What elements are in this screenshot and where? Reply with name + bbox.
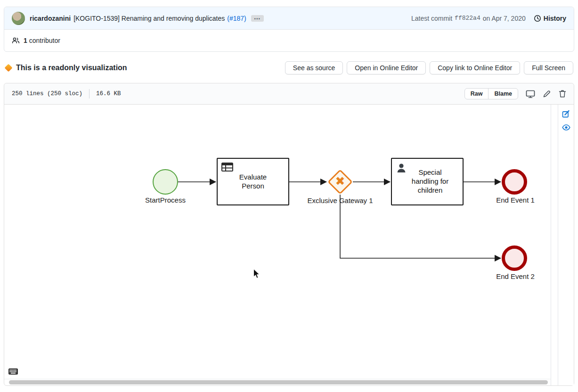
full-screen-button[interactable]: Full Screen	[524, 61, 573, 74]
commit-author[interactable]: ricardozanini	[30, 15, 71, 22]
diagram-column: StartProcess Evaluate Person ✖ Exclusive…	[4, 105, 551, 385]
commit-hash[interactable]: ff822a4	[455, 15, 480, 22]
contributor-label[interactable]: contributor	[29, 37, 60, 44]
latest-commit-info: Latest commit ff822a4 on Apr 7, 2020 His…	[411, 15, 566, 22]
orange-diamond-icon	[5, 64, 13, 72]
file-body: StartProcess Evaluate Person ✖ Exclusive…	[4, 105, 574, 385]
sequence-flows	[4, 105, 551, 379]
people-icon	[12, 37, 20, 44]
avatar[interactable]	[12, 12, 25, 25]
mouse-cursor	[253, 269, 261, 281]
task-evaluate-person[interactable]: Evaluate Person	[217, 158, 289, 205]
task-special-handling[interactable]: Special handling for children	[391, 158, 464, 205]
readonly-actions: See as source Open in Online Editor Copy…	[285, 61, 573, 74]
end-event-2-label: End Event 2	[496, 272, 535, 280]
divider	[89, 89, 90, 98]
edit-in-editor-icon[interactable]	[562, 110, 570, 118]
horizontal-scrollbar[interactable]	[4, 379, 551, 385]
commit-message: [KOGITO-1539] Renaming and removing dupl…	[73, 15, 225, 22]
history-button[interactable]: History	[534, 15, 566, 22]
latest-commit-label: Latest commit	[411, 15, 452, 22]
readonly-bar: This is a readonly visualization See as …	[4, 59, 574, 76]
readonly-title: This is a readonly visualization	[16, 64, 127, 72]
gateway-x-icon: ✖	[335, 174, 345, 188]
contributors-row: 1 contributor	[4, 30, 574, 51]
desktop-icon[interactable]	[526, 90, 535, 98]
task-evaluate-label: Evaluate Person	[231, 173, 275, 191]
commit-box: ricardozanini [KOGITO-1539] Renaming and…	[4, 7, 574, 52]
file-info: 250 lines (250 sloc) 16.6 KB	[12, 89, 121, 98]
start-event-node[interactable]	[153, 169, 178, 195]
file-header: 250 lines (250 sloc) 16.6 KB Raw Blame	[4, 83, 574, 105]
end-event-1-node[interactable]	[502, 169, 527, 195]
see-as-source-button[interactable]: See as source	[285, 61, 343, 74]
bpmn-canvas[interactable]: StartProcess Evaluate Person ✖ Exclusive…	[4, 105, 551, 379]
horizontal-scrollbar-thumb[interactable]	[9, 380, 548, 384]
copy-link-online-editor-button[interactable]: Copy link to Online Editor	[430, 61, 520, 74]
history-label: History	[544, 15, 566, 22]
page: ricardozanini [KOGITO-1539] Renaming and…	[0, 0, 578, 386]
commit-header: ricardozanini [KOGITO-1539] Renaming and…	[4, 7, 574, 30]
gateway-label: Exclusive Gateway 1	[307, 196, 373, 204]
edit-pencil-icon[interactable]	[543, 90, 551, 98]
vertical-scrollbar-track[interactable]	[551, 105, 558, 385]
raw-button[interactable]: Raw	[465, 89, 488, 99]
file-panel: 250 lines (250 sloc) 16.6 KB Raw Blame	[4, 83, 574, 386]
contributor-count: 1	[24, 37, 27, 44]
preview-eye-icon[interactable]	[562, 124, 570, 131]
keyboard-shortcuts-icon[interactable]	[8, 368, 18, 376]
business-rule-table-icon	[221, 163, 233, 174]
lines-info: 250 lines (250 sloc)	[12, 90, 82, 97]
task-special-label: Special handling for children	[404, 168, 456, 195]
start-event-label: StartProcess	[145, 196, 186, 204]
end-event-2-node[interactable]	[502, 245, 527, 271]
commit-date: on Apr 7, 2020	[483, 15, 526, 22]
blame-button[interactable]: Blame	[488, 89, 518, 99]
extension-sidebar	[558, 105, 574, 385]
delete-trash-icon[interactable]	[559, 90, 566, 98]
user-task-person-icon	[396, 163, 407, 176]
file-header-actions: Raw Blame	[464, 88, 566, 99]
raw-blame-group: Raw Blame	[464, 88, 518, 99]
open-in-online-editor-button[interactable]: Open in Online Editor	[347, 61, 426, 74]
size-info: 16.6 KB	[96, 90, 121, 97]
pr-link[interactable]: (#187)	[227, 15, 246, 22]
end-event-1-label: End Event 1	[496, 196, 535, 204]
history-clock-icon	[534, 15, 541, 22]
commit-ellipsis-button[interactable]: …	[251, 15, 264, 22]
